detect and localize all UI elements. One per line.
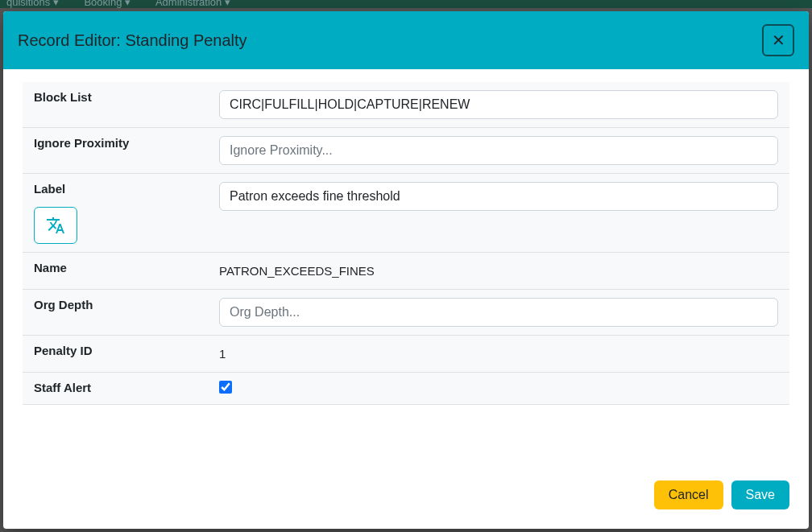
close-icon: ✕ — [772, 31, 785, 50]
label-label: Label — [34, 182, 197, 196]
label-ignore-proximity: Ignore Proximity — [23, 128, 208, 174]
cancel-button[interactable]: Cancel — [654, 480, 723, 509]
label-org-depth: Org Depth — [23, 290, 208, 336]
translate-button[interactable] — [34, 207, 77, 244]
label-penalty-id: Penalty ID — [23, 336, 208, 373]
record-editor-modal: Record Editor: Standing Penalty ✕ Block … — [3, 11, 809, 529]
row-staff-alert: Staff Alert — [23, 373, 789, 405]
name-value: PATRON_EXCEEDS_FINES — [219, 261, 778, 281]
block-list-input[interactable] — [219, 90, 778, 119]
row-penalty-id: Penalty ID 1 — [23, 336, 789, 373]
org-depth-input[interactable] — [219, 298, 778, 327]
staff-alert-checkbox[interactable] — [219, 381, 232, 394]
row-label: Label — [23, 174, 789, 253]
label-staff-alert: Staff Alert — [23, 373, 208, 405]
modal-title: Record Editor: Standing Penalty — [18, 31, 247, 50]
close-button[interactable]: ✕ — [762, 24, 794, 56]
penalty-id-value: 1 — [219, 344, 778, 364]
nav-item: quisitions ▾ — [6, 0, 59, 8]
label-input[interactable] — [219, 182, 778, 211]
nav-item: Booking ▾ — [84, 0, 130, 8]
row-block-list: Block List — [23, 82, 789, 128]
ignore-proximity-input[interactable] — [219, 136, 778, 165]
nav-item: Administration ▾ — [155, 0, 230, 8]
save-button[interactable]: Save — [731, 480, 789, 509]
form-table: Block List Ignore Proximity Label — [23, 82, 789, 405]
label-block-list: Block List — [23, 82, 208, 128]
modal-footer: Cancel Save — [3, 464, 809, 529]
modal-header: Record Editor: Standing Penalty ✕ — [3, 11, 809, 69]
row-ignore-proximity: Ignore Proximity — [23, 128, 789, 174]
translate-icon — [46, 216, 65, 235]
background-nav: quisitions ▾ Booking ▾ Administration ▾ — [0, 0, 812, 8]
modal-backdrop: quisitions ▾ Booking ▾ Administration ▾ … — [0, 0, 812, 532]
label-name: Name — [23, 253, 208, 290]
row-name: Name PATRON_EXCEEDS_FINES — [23, 253, 789, 290]
row-org-depth: Org Depth — [23, 290, 789, 336]
modal-body: Block List Ignore Proximity Label — [3, 69, 809, 464]
